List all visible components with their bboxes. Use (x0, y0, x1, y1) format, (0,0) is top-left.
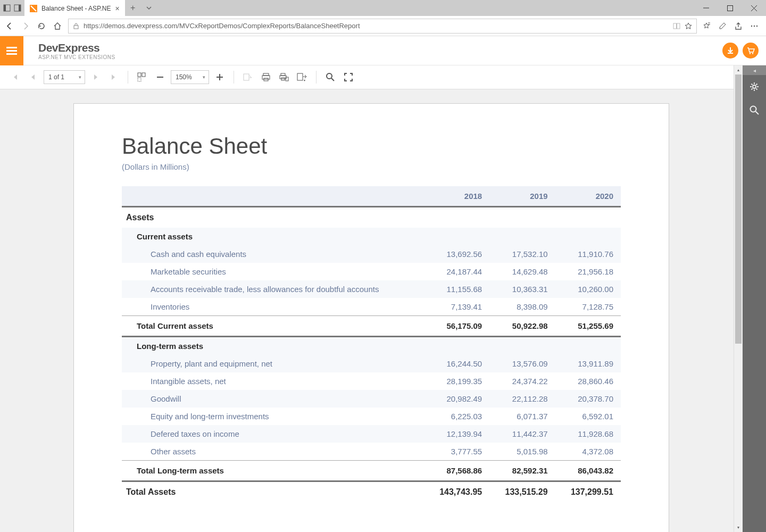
brand-name: DevExpress (38, 41, 115, 54)
balance-sheet-table: 201820192020AssetsCurrent assetsCash and… (122, 186, 621, 502)
nav-home-button[interactable] (52, 21, 63, 31)
right-rail: ◂ (743, 65, 766, 532)
svg-rect-3 (19, 5, 21, 11)
export-button[interactable] (295, 70, 310, 85)
section-header: Assets (122, 207, 621, 228)
table-row: Accounts receivable trade, less allowanc… (122, 280, 621, 298)
report-viewer: 1 of 1 150% Balance Sheet (Dollars in Mi… (0, 65, 766, 532)
svg-rect-20 (142, 73, 145, 77)
favorite-star-icon[interactable] (685, 22, 692, 30)
svg-rect-11 (677, 23, 680, 29)
rail-search-button[interactable] (743, 98, 766, 122)
svg-rect-25 (244, 74, 249, 80)
url-text: https://demos.devexpress.com/MVCxReportD… (84, 22, 669, 30)
vertical-scrollbar[interactable]: ▴ ▾ (734, 65, 743, 532)
zoom-in-button[interactable] (212, 70, 227, 85)
svg-rect-10 (673, 23, 677, 29)
table-row: Other assets3,777.555,015.984,372.08 (122, 443, 621, 461)
tabs-dropdown-icon[interactable] (141, 0, 157, 16)
window-maximize-button[interactable] (718, 0, 742, 16)
nav-forward-button[interactable] (20, 21, 31, 31)
svg-rect-30 (280, 76, 286, 79)
print-page-button[interactable] (277, 70, 292, 85)
favorites-list-icon[interactable] (702, 22, 711, 30)
table-row: Property, plant and equipment, net16,244… (122, 355, 621, 372)
nav-back-button[interactable] (4, 21, 15, 31)
svg-rect-33 (297, 73, 303, 80)
scroll-thumb[interactable] (735, 74, 742, 344)
last-page-button[interactable] (106, 70, 121, 85)
svg-rect-9 (74, 26, 78, 29)
multipage-icon[interactable] (135, 70, 149, 85)
svg-point-14 (751, 25, 752, 26)
fullscreen-button[interactable] (341, 70, 356, 85)
svg-point-15 (754, 25, 755, 26)
zoom-selector[interactable]: 150% (171, 70, 209, 84)
table-row: Equity and long-term investments6,225.03… (122, 408, 621, 425)
window-close-button[interactable] (742, 0, 766, 16)
svg-point-37 (751, 106, 756, 112)
rail-collapse-icon[interactable]: ◂ (743, 65, 766, 75)
first-page-button[interactable] (7, 70, 22, 85)
subsection-header: Long-term assets (122, 337, 621, 355)
nav-refresh-button[interactable] (36, 21, 47, 31)
url-field[interactable]: https://demos.devexpress.com/MVCxReportD… (68, 19, 697, 34)
report-page: Balance Sheet (Dollars in Millions) 2018… (73, 103, 669, 532)
svg-rect-6 (728, 5, 733, 11)
browser-tab-active[interactable]: Balance Sheet - ASP.NE × (24, 0, 125, 16)
subtotal-row: Total Long-term assets87,568.8682,592.31… (122, 461, 621, 481)
download-button[interactable] (722, 43, 738, 59)
grand-total-row: Total Assets143,743.95133,515.29137,299.… (122, 481, 621, 503)
app-header: DevExpress ASP.NET MVC EXTENSIONS (0, 36, 766, 65)
svg-point-17 (750, 53, 751, 54)
tab-close-icon[interactable]: × (115, 4, 120, 13)
svg-point-34 (327, 73, 332, 79)
brand: DevExpress ASP.NET MVC EXTENSIONS (23, 41, 115, 60)
table-row: Defered taxes on income12,139.9411,442.3… (122, 425, 621, 443)
new-tab-button[interactable]: + (125, 0, 141, 16)
prev-page-button[interactable] (26, 70, 40, 85)
scroll-up-icon[interactable]: ▴ (734, 65, 743, 74)
svg-line-35 (331, 78, 334, 81)
svg-rect-27 (262, 76, 270, 79)
rail-settings-button[interactable] (743, 75, 766, 98)
report-canvas[interactable]: Balance Sheet (Dollars in Millions) 2018… (0, 89, 743, 532)
reading-view-icon[interactable] (673, 22, 680, 30)
browser-titlebar: Balance Sheet - ASP.NE × + (0, 0, 766, 16)
year-header: 2020 (555, 186, 621, 207)
table-row: Intangible assets, net28,199.3524,374.22… (122, 372, 621, 390)
brand-subtext: ASP.NET MVC EXTENSIONS (38, 54, 115, 60)
search-button[interactable] (323, 70, 338, 85)
tab-favicon-icon (30, 5, 37, 12)
table-row: Goodwill20,982.4922,112.2820,378.70 (122, 390, 621, 408)
window-dock-left-icon[interactable] (3, 4, 11, 12)
svg-line-38 (756, 112, 759, 115)
hamburger-menu-button[interactable] (0, 36, 23, 65)
subtotal-row: Total Current assets56,175.0950,922.9851… (122, 316, 621, 337)
year-header: 2019 (489, 186, 555, 207)
notes-icon[interactable] (718, 22, 727, 30)
highlight-fields-icon[interactable] (240, 70, 255, 85)
table-row: Inventories7,139.418,398.097,128.75 (122, 298, 621, 316)
svg-rect-29 (281, 73, 285, 76)
table-row: Marketable securities24,187.4414,629.482… (122, 263, 621, 280)
year-header: 2018 (424, 186, 489, 207)
cart-button[interactable] (743, 43, 759, 59)
next-page-button[interactable] (88, 70, 103, 85)
report-subtitle: (Dollars in Millions) (122, 162, 621, 171)
viewer-toolbar: 1 of 1 150% (0, 65, 743, 89)
page-selector[interactable]: 1 of 1 (44, 70, 85, 84)
window-dock-right-icon[interactable] (14, 4, 21, 12)
share-icon[interactable] (734, 22, 743, 30)
svg-rect-26 (263, 73, 269, 76)
tab-title: Balance Sheet - ASP.NE (41, 5, 111, 12)
more-icon[interactable] (750, 22, 759, 30)
browser-address-bar: https://demos.devexpress.com/MVCxReportD… (0, 16, 766, 36)
print-button[interactable] (259, 70, 273, 85)
window-minimize-button[interactable] (694, 0, 718, 16)
scroll-down-icon[interactable]: ▾ (734, 523, 743, 532)
report-title: Balance Sheet (122, 134, 621, 159)
lock-icon (73, 23, 79, 29)
svg-point-16 (756, 25, 757, 26)
zoom-out-button[interactable] (153, 70, 168, 85)
